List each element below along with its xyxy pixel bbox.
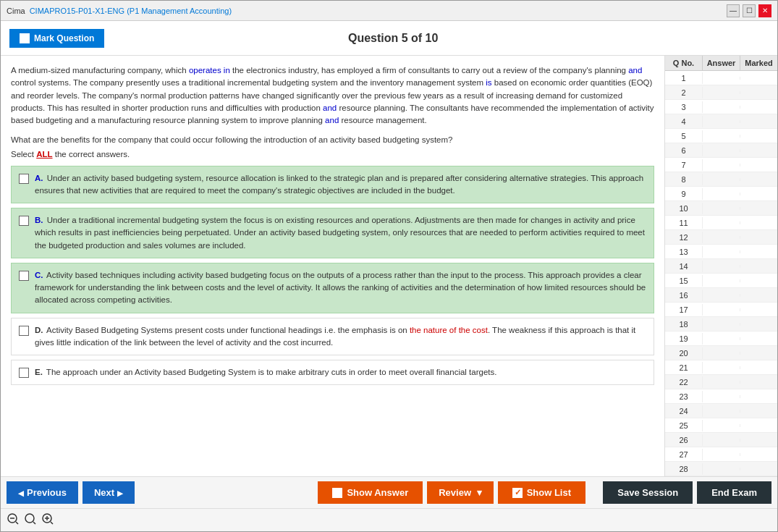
question-title: Question 5 of 10 bbox=[104, 32, 682, 45]
sidebar-answer-cell bbox=[703, 77, 740, 80]
title-bar-left: Cima CIMAPRO15-P01-X1-ENG (P1 Management… bbox=[7, 7, 232, 15]
option-c-checkbox[interactable] bbox=[19, 271, 29, 281]
mark-question-label: Mark Question bbox=[34, 33, 94, 43]
sidebar-marked-cell bbox=[740, 77, 777, 80]
sidebar-row[interactable]: 14 bbox=[665, 259, 777, 274]
sidebar-qno-cell: 13 bbox=[665, 246, 703, 258]
sidebar-row[interactable]: 11 bbox=[665, 216, 777, 230]
option-e-checkbox[interactable] bbox=[19, 368, 29, 378]
main-window: Cima CIMAPRO15-P01-X1-ENG (P1 Management… bbox=[0, 0, 778, 532]
sidebar-row[interactable]: 8 bbox=[665, 172, 777, 187]
sidebar-row[interactable]: 2 bbox=[665, 85, 777, 100]
option-b-checkbox[interactable] bbox=[19, 216, 29, 226]
sidebar-qno-cell: 16 bbox=[665, 290, 703, 301]
next-arrow-icon bbox=[117, 487, 123, 498]
sidebar-row[interactable]: 19 bbox=[665, 332, 777, 346]
toolbar: Mark Question Question 5 of 10 bbox=[1, 21, 777, 56]
sidebar-marked-cell bbox=[740, 381, 777, 384]
sidebar-qno-cell: 1 bbox=[665, 72, 703, 84]
sidebar-row[interactable]: 9 bbox=[665, 187, 777, 201]
sidebar-answer-cell bbox=[703, 279, 740, 282]
sidebar-row[interactable]: 23 bbox=[665, 389, 777, 404]
mark-question-button[interactable]: Mark Question bbox=[9, 29, 104, 48]
sidebar-qno-cell: 24 bbox=[665, 405, 703, 417]
action-row: Previous Next Show Answer Review ▾ bbox=[1, 476, 777, 508]
sidebar-answer-cell bbox=[703, 106, 740, 109]
sidebar-qno-cell: 28 bbox=[665, 463, 703, 475]
sidebar-row[interactable]: 13 bbox=[665, 245, 777, 259]
question-area: A medium-sized manufacturing company, wh… bbox=[1, 56, 665, 476]
sidebar-answer-cell bbox=[703, 236, 740, 239]
center-buttons: Show Answer Review ▾ ✓ Show List bbox=[305, 481, 599, 504]
sidebar-qno-cell: 4 bbox=[665, 116, 703, 127]
sidebar-marked-cell bbox=[740, 294, 777, 297]
option-a: A. Under an activity based budgeting sys… bbox=[11, 166, 654, 204]
show-answer-button[interactable]: Show Answer bbox=[318, 481, 423, 504]
sidebar-qno-cell: 26 bbox=[665, 434, 703, 446]
show-list-button[interactable]: ✓ Show List bbox=[498, 481, 585, 504]
sidebar-answer-cell bbox=[703, 120, 740, 123]
sidebar-marked-cell bbox=[740, 178, 777, 181]
sidebar-row[interactable]: 24 bbox=[665, 404, 777, 418]
end-exam-button[interactable]: End Exam bbox=[697, 481, 771, 504]
sidebar-answer-cell bbox=[703, 381, 740, 384]
zoom-out-button[interactable] bbox=[7, 512, 20, 528]
sidebar-row[interactable]: 6 bbox=[665, 143, 777, 158]
svg-line-4 bbox=[33, 522, 35, 524]
sidebar-row[interactable]: 22 bbox=[665, 375, 777, 389]
options-list: A. Under an activity based budgeting sys… bbox=[11, 166, 654, 386]
sidebar-answer-cell bbox=[703, 265, 740, 268]
question-text: What are the benefits for the company th… bbox=[11, 134, 654, 146]
sidebar-answer-cell bbox=[703, 207, 740, 210]
sidebar-marked-cell bbox=[740, 120, 777, 123]
sidebar-row[interactable]: 7 bbox=[665, 158, 777, 172]
sidebar-qno-cell: 15 bbox=[665, 275, 703, 287]
sidebar-answer-cell bbox=[703, 468, 740, 470]
review-button[interactable]: Review ▾ bbox=[427, 481, 493, 504]
sidebar-row[interactable]: 4 bbox=[665, 114, 777, 129]
maximize-button[interactable]: ☐ bbox=[743, 4, 756, 17]
svg-point-3 bbox=[25, 514, 34, 523]
sidebar-row[interactable]: 20 bbox=[665, 346, 777, 360]
close-button[interactable]: ✕ bbox=[758, 4, 771, 17]
sidebar-row[interactable]: 3 bbox=[665, 100, 777, 114]
sidebar-row[interactable]: 10 bbox=[665, 201, 777, 216]
sidebar-marked-cell bbox=[740, 439, 777, 442]
sidebar-marked-cell bbox=[740, 366, 777, 369]
zoom-in-button[interactable] bbox=[41, 512, 54, 528]
sidebar-marked-cell bbox=[740, 91, 777, 94]
sidebar-row[interactable]: 15 bbox=[665, 274, 777, 288]
minimize-button[interactable]: — bbox=[727, 4, 740, 17]
zoom-normal-button[interactable] bbox=[24, 512, 37, 528]
option-d-checkbox[interactable] bbox=[19, 326, 29, 336]
sidebar-qno-cell: 18 bbox=[665, 318, 703, 330]
show-answer-label: Show Answer bbox=[347, 487, 408, 498]
sidebar-marked-header: Marked bbox=[740, 56, 777, 70]
save-session-button[interactable]: Save Session bbox=[603, 481, 693, 504]
sidebar-row[interactable]: 18 bbox=[665, 317, 777, 332]
sidebar-qno-cell: 25 bbox=[665, 420, 703, 431]
sidebar-row[interactable]: 25 bbox=[665, 418, 777, 433]
sidebar-row[interactable]: 17 bbox=[665, 303, 777, 317]
title-bar-controls: — ☐ ✕ bbox=[727, 4, 771, 17]
sidebar-qno-cell: 7 bbox=[665, 159, 703, 171]
sidebar-qno-cell: 19 bbox=[665, 333, 703, 345]
sidebar-row[interactable]: 27 bbox=[665, 447, 777, 462]
option-c-text: C. Activity based techniques including a… bbox=[35, 269, 646, 307]
sidebar-row[interactable]: 5 bbox=[665, 129, 777, 143]
sidebar-marked-cell bbox=[740, 453, 777, 456]
next-button[interactable]: Next bbox=[83, 481, 135, 504]
sidebar-row[interactable]: 1 bbox=[665, 71, 777, 85]
sidebar-row[interactable]: 12 bbox=[665, 230, 777, 245]
prev-arrow-icon bbox=[18, 487, 24, 498]
option-a-checkbox[interactable] bbox=[19, 174, 29, 184]
sidebar-row[interactable]: 21 bbox=[665, 360, 777, 375]
sidebar-answer-cell bbox=[703, 395, 740, 398]
previous-button[interactable]: Previous bbox=[7, 481, 78, 504]
option-a-text: A. Under an activity based budgeting sys… bbox=[35, 172, 646, 198]
sidebar-row[interactable]: 16 bbox=[665, 288, 777, 303]
action-right-buttons: Save Session End Exam bbox=[603, 481, 771, 504]
sidebar-list: 1 2 3 4 5 6 7 8 bbox=[665, 71, 777, 476]
sidebar-row[interactable]: 26 bbox=[665, 433, 777, 447]
sidebar-row[interactable]: 28 bbox=[665, 462, 777, 476]
